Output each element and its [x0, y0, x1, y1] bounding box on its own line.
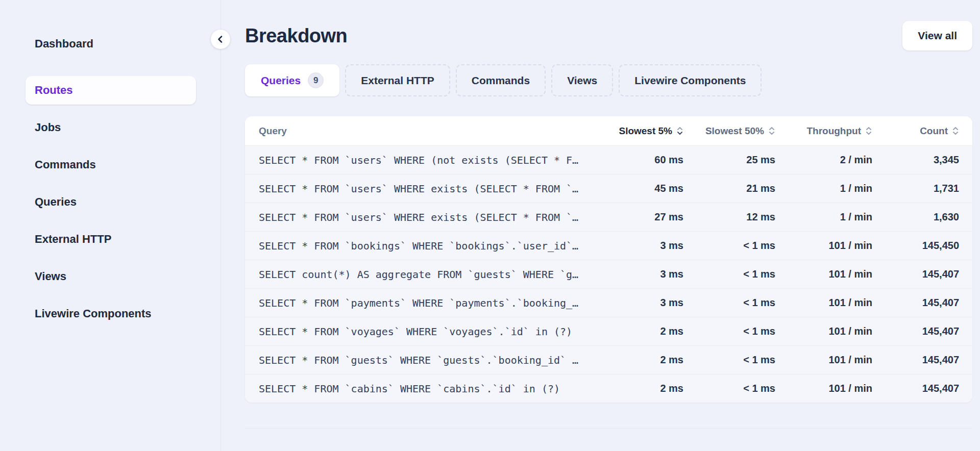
slowest5-cell: 60 ms — [654, 154, 683, 165]
query-cell: SELECT * FROM `users` WHERE (not exists … — [259, 154, 578, 166]
throughput-cell: 101 / min — [828, 354, 872, 365]
slowest50-cell: 12 ms — [746, 211, 775, 222]
query-cell: SELECT * FROM `guests` WHERE `guests`.`b… — [259, 354, 578, 366]
title-row: Breakdown View all — [245, 0, 972, 53]
sidebar-item-commands[interactable]: Commands — [26, 151, 196, 179]
sort-icon — [952, 126, 959, 136]
tab-label: Livewire Components — [634, 74, 746, 87]
tab-queries[interactable]: Queries 9 — [245, 64, 339, 96]
slowest50-cell: < 1 ms — [743, 297, 775, 308]
sort-icon — [865, 126, 872, 136]
tab-external-http[interactable]: External HTTP — [345, 64, 450, 96]
query-cell: SELECT * FROM `cabins` WHERE `cabins`.`i… — [259, 383, 560, 395]
slowest5-cell: 3 ms — [660, 297, 683, 308]
query-cell: SELECT * FROM `users` WHERE exists (SELE… — [259, 211, 578, 223]
column-header-slowest-50[interactable]: Slowest 50% — [705, 126, 775, 137]
slowest50-cell: < 1 ms — [743, 383, 775, 394]
table-row: SELECT * FROM `payments` WHERE `payments… — [245, 288, 972, 317]
tab-label: Commands — [472, 74, 530, 87]
sidebar-item-label: Jobs — [35, 121, 61, 134]
table-row: SELECT * FROM `users` WHERE exists (SELE… — [245, 174, 972, 203]
throughput-cell: 101 / min — [828, 383, 872, 394]
count-cell: 145,407 — [922, 325, 959, 337]
count-cell: 145,407 — [922, 354, 959, 365]
query-cell: SELECT * FROM `users` WHERE exists (SELE… — [259, 183, 578, 195]
sidebar-item-routes[interactable]: Routes — [26, 76, 196, 105]
table-row: SELECT * FROM `voyages` WHERE `voyages`.… — [245, 317, 972, 345]
sidebar-item-dashboard[interactable]: Dashboard — [26, 30, 196, 58]
table-row: SELECT * FROM `bookings` WHERE `bookings… — [245, 231, 972, 260]
slowest50-cell: 25 ms — [746, 154, 775, 165]
sidebar-item-jobs[interactable]: Jobs — [26, 113, 196, 142]
sidebar-item-label: Livewire Components — [35, 307, 152, 320]
tab-views[interactable]: Views — [551, 64, 613, 96]
table-row: SELECT * FROM `guests` WHERE `guests`.`b… — [245, 345, 972, 374]
sidebar-item-label: Queries — [35, 195, 77, 209]
throughput-cell: 2 / min — [840, 154, 872, 165]
table-row: SELECT * FROM `cabins` WHERE `cabins`.`i… — [245, 374, 972, 403]
slowest5-cell: 2 ms — [660, 354, 683, 365]
sidebar: Dashboard Routes Jobs Commands Queries E… — [0, 0, 221, 451]
query-cell: SELECT count(*) AS aggregate FROM `guest… — [259, 268, 578, 281]
column-header-query: Query — [259, 126, 287, 137]
slowest5-cell: 27 ms — [654, 211, 683, 222]
app-root: Dashboard Routes Jobs Commands Queries E… — [0, 0, 980, 451]
main-content: Breakdown View all Queries 9 External HT… — [221, 0, 980, 451]
sidebar-item-external-http[interactable]: External HTTP — [26, 225, 196, 254]
breakdown-tabs: Queries 9 External HTTP Commands Views L… — [245, 64, 972, 96]
slowest50-cell: 21 ms — [746, 183, 775, 194]
chevron-left-icon — [216, 35, 225, 44]
table-header-row: Query Slowest 5% Slowest 50% — [245, 116, 972, 145]
view-all-button[interactable]: View all — [902, 21, 972, 51]
sidebar-item-livewire-components[interactable]: Livewire Components — [26, 299, 196, 328]
slowest50-cell: < 1 ms — [743, 268, 775, 280]
throughput-cell: 1 / min — [840, 183, 872, 194]
table-row: SELECT * FROM `users` WHERE (not exists … — [245, 145, 972, 174]
throughput-cell: 101 / min — [828, 240, 872, 251]
count-cell: 145,407 — [922, 268, 959, 280]
slowest50-cell: < 1 ms — [743, 325, 775, 337]
slowest50-cell: < 1 ms — [743, 240, 775, 251]
sort-icon — [676, 126, 683, 136]
query-cell: SELECT * FROM `voyages` WHERE `voyages`.… — [259, 325, 572, 338]
sidebar-item-views[interactable]: Views — [26, 262, 196, 291]
count-cell: 145,407 — [922, 383, 959, 394]
tab-label: External HTTP — [361, 74, 434, 87]
sidebar-collapse-button[interactable] — [211, 30, 230, 49]
count-cell: 145,450 — [922, 240, 959, 251]
sidebar-item-label: External HTTP — [35, 233, 111, 246]
column-header-count[interactable]: Count — [920, 126, 959, 137]
slowest50-cell: < 1 ms — [743, 354, 775, 365]
sidebar-item-label: Commands — [35, 158, 96, 171]
count-cell: 1,630 — [934, 211, 959, 222]
throughput-cell: 101 / min — [828, 297, 872, 308]
queries-table: Query Slowest 5% Slowest 50% — [245, 116, 972, 403]
page-title: Breakdown — [245, 25, 347, 47]
count-cell: 3,345 — [934, 154, 959, 165]
slowest5-cell: 2 ms — [660, 383, 683, 394]
throughput-cell: 101 / min — [828, 325, 872, 337]
tab-badge: 9 — [308, 72, 324, 88]
sidebar-item-queries[interactable]: Queries — [26, 188, 196, 216]
throughput-cell: 101 / min — [828, 268, 872, 280]
sidebar-item-label: Views — [35, 270, 66, 283]
slowest5-cell: 2 ms — [660, 325, 683, 337]
query-cell: SELECT * FROM `bookings` WHERE `bookings… — [259, 240, 578, 252]
tab-label: Views — [567, 74, 597, 87]
query-cell: SELECT * FROM `payments` WHERE `payments… — [259, 297, 578, 309]
slowest5-cell: 3 ms — [660, 240, 683, 251]
table-row: SELECT count(*) AS aggregate FROM `guest… — [245, 260, 972, 288]
section-divider — [245, 428, 972, 429]
throughput-cell: 1 / min — [840, 211, 872, 222]
column-header-throughput[interactable]: Throughput — [806, 126, 872, 137]
sidebar-item-label: Routes — [35, 84, 73, 97]
tab-commands[interactable]: Commands — [456, 64, 546, 96]
sort-icon — [768, 126, 775, 136]
slowest5-cell: 3 ms — [660, 268, 683, 280]
column-header-slowest-5[interactable]: Slowest 5% — [619, 126, 683, 137]
tab-livewire-components[interactable]: Livewire Components — [619, 64, 762, 96]
sidebar-item-label: Dashboard — [35, 37, 93, 51]
table-row: SELECT * FROM `users` WHERE exists (SELE… — [245, 203, 972, 231]
slowest5-cell: 45 ms — [654, 183, 683, 194]
count-cell: 1,731 — [934, 183, 959, 194]
